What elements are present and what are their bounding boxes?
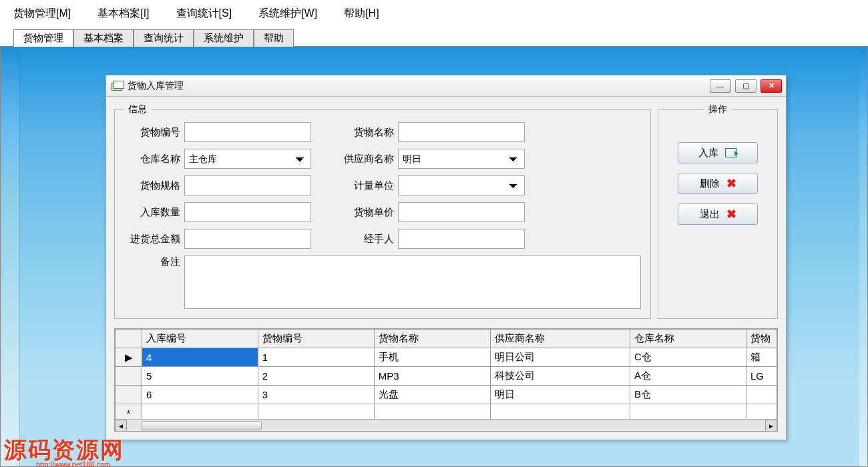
cell[interactable] (142, 404, 258, 420)
tab-query[interactable]: 查询统计 (134, 29, 194, 47)
cell[interactable]: 4 (142, 348, 258, 367)
table-row[interactable]: ▶41手机明日公司C仓箱 (116, 348, 777, 367)
select-supplier[interactable]: 明日 (398, 149, 525, 169)
input-handler[interactable] (398, 229, 525, 249)
menu-system[interactable]: 系统维护[W] (258, 7, 317, 21)
tab-archive[interactable]: 基本档案 (73, 29, 134, 47)
label-warehouse: 仓库名称 (124, 153, 184, 165)
label-unit: 计量单位 (338, 179, 398, 192)
exit-icon: ✖ (726, 207, 736, 221)
tabbar: 货物管理 基本档案 查询统计 系统维护 帮助 (0, 27, 868, 47)
tab-system[interactable]: 系统维护 (194, 29, 254, 47)
ops-group: 操作 入库 删除✖ 退出✖ (658, 103, 778, 319)
cell[interactable] (746, 404, 777, 420)
maximize-button[interactable]: ▢ (735, 79, 756, 93)
scroll-right-icon[interactable]: ► (765, 420, 777, 432)
info-group: 信息 货物编号 货物名称 仓库名称 主仓库 供应商名称 明日 货物规格 计量单位 (114, 103, 651, 319)
close-button[interactable]: ✕ (761, 79, 782, 93)
cell[interactable]: 明日 (490, 386, 630, 404)
instore-icon (725, 148, 737, 157)
minimize-button[interactable]: — (710, 79, 731, 93)
label-goods-name: 货物名称 (338, 126, 398, 139)
input-goods-no[interactable] (184, 122, 311, 142)
label-total: 进货总金额 (124, 233, 184, 246)
table-row[interactable]: 52MP3科技公司A仓LG (116, 367, 777, 386)
menu-archive[interactable]: 基本档案[I] (97, 7, 149, 21)
menubar: 货物管理[M] 基本档案[I] 查询统计[S] 系统维护[W] 帮助[H] (0, 0, 868, 27)
menu-goods[interactable]: 货物管理[M] (13, 7, 71, 21)
exit-button[interactable]: 退出✖ (678, 203, 758, 225)
col-goods-name[interactable]: 货物名称 (374, 330, 490, 348)
cell[interactable]: A仓 (630, 367, 746, 386)
label-supplier: 供应商名称 (338, 153, 398, 165)
label-qty: 入库数量 (124, 206, 184, 219)
row-marker: ▶ (116, 348, 142, 367)
input-remark[interactable] (184, 256, 641, 309)
cell[interactable]: LG (746, 367, 777, 386)
label-price: 货物单价 (338, 206, 398, 219)
cell[interactable] (258, 404, 374, 420)
input-qty[interactable] (184, 202, 311, 222)
cell[interactable] (490, 404, 630, 420)
menu-help[interactable]: 帮助[H] (344, 7, 379, 21)
row-marker (116, 367, 142, 386)
cell[interactable] (374, 404, 490, 420)
scroll-thumb[interactable] (142, 421, 262, 430)
cell[interactable]: 光盘 (374, 386, 490, 404)
horizontal-scrollbar[interactable]: ◄ ► (115, 419, 777, 431)
scroll-left-icon[interactable]: ◄ (115, 420, 127, 432)
col-entry-no[interactable]: 入库编号 (142, 330, 258, 348)
cell[interactable]: 箱 (746, 348, 777, 367)
cell[interactable] (630, 404, 746, 420)
input-goods-name[interactable] (398, 122, 525, 142)
cell[interactable]: MP3 (374, 367, 490, 386)
tab-goods[interactable]: 货物管理 (13, 29, 73, 47)
input-spec[interactable] (184, 175, 311, 195)
tab-help[interactable]: 帮助 (254, 29, 294, 47)
menu-query[interactable]: 查询统计[S] (176, 7, 232, 21)
info-legend: 信息 (124, 103, 151, 115)
ops-legend: 操作 (704, 103, 731, 115)
col-supplier[interactable]: 供应商名称 (490, 330, 630, 348)
col-goods-no[interactable]: 货物编号 (258, 330, 374, 348)
col-warehouse[interactable]: 仓库名称 (630, 330, 746, 348)
delete-button[interactable]: 删除✖ (678, 173, 758, 194)
delete-icon: ✖ (726, 176, 736, 191)
label-remark: 备注 (124, 256, 184, 309)
dialog-titlebar[interactable]: 货物入库管理 — ▢ ✕ (106, 75, 786, 97)
cell[interactable]: 2 (258, 367, 374, 386)
label-spec: 货物规格 (124, 179, 184, 192)
input-total[interactable] (184, 229, 311, 249)
cell[interactable]: 手机 (374, 348, 490, 367)
cell[interactable]: 1 (258, 348, 374, 367)
cell[interactable]: 明日公司 (490, 348, 630, 367)
instore-button[interactable]: 入库 (678, 142, 758, 163)
cell[interactable]: B仓 (630, 386, 746, 404)
label-goods-no: 货物编号 (124, 126, 184, 139)
watermark-url: http://www.net188.com (36, 460, 110, 467)
label-handler: 经手人 (338, 233, 398, 246)
select-unit[interactable] (398, 175, 525, 195)
cell[interactable]: C仓 (630, 348, 746, 367)
cell[interactable]: 3 (258, 386, 374, 404)
dialog-title: 货物入库管理 (128, 80, 184, 92)
cell[interactable]: 6 (142, 386, 258, 404)
row-marker: * (116, 404, 142, 420)
goods-in-dialog: 货物入库管理 — ▢ ✕ 信息 货物编号 货物名称 仓库名称 主仓库 供应商名称 (105, 75, 787, 440)
cell[interactable] (746, 386, 777, 404)
table-row[interactable]: * (116, 404, 777, 420)
data-grid[interactable]: 入库编号 货物编号 货物名称 供应商名称 仓库名称 货物 ▶41手机明日公司C仓… (114, 328, 778, 432)
row-header-blank (116, 330, 142, 348)
row-marker (116, 386, 142, 404)
window-icon (112, 81, 124, 91)
table-row[interactable]: 63光盘明日B仓 (116, 386, 777, 404)
input-price[interactable] (398, 202, 525, 222)
cell[interactable]: 科技公司 (490, 367, 630, 386)
select-warehouse[interactable]: 主仓库 (184, 149, 311, 169)
col-goods-extra[interactable]: 货物 (746, 330, 777, 348)
cell[interactable]: 5 (142, 367, 258, 386)
